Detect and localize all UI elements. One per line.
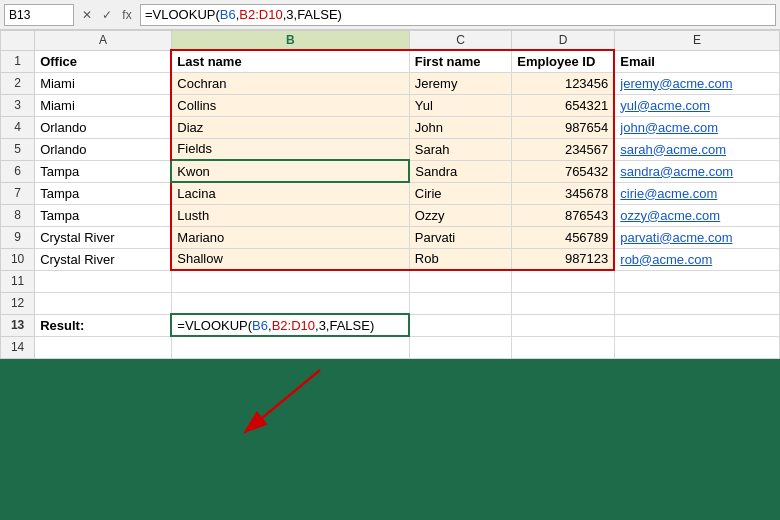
cell-E4[interactable]: john@acme.com xyxy=(614,116,779,138)
cell-E14[interactable] xyxy=(614,336,779,358)
cell-C2[interactable]: Jeremy xyxy=(409,72,512,94)
fx-btn[interactable]: fx xyxy=(118,6,136,24)
cell-D6[interactable]: 765432 xyxy=(512,160,615,182)
table-row: 4 Orlando Diaz John 987654 john@acme.com xyxy=(1,116,780,138)
cell-D10[interactable]: 987123 xyxy=(512,248,615,270)
cell-E5[interactable]: sarah@acme.com xyxy=(614,138,779,160)
cell-D2[interactable]: 123456 xyxy=(512,72,615,94)
cell-A6[interactable]: Tampa xyxy=(35,160,172,182)
cell-B12[interactable] xyxy=(171,292,409,314)
row-num-6: 6 xyxy=(1,160,35,182)
cell-C12[interactable] xyxy=(409,292,512,314)
cell-B1[interactable]: Last name xyxy=(171,50,409,72)
cell-D12[interactable] xyxy=(512,292,615,314)
cell-D1[interactable]: Employee ID xyxy=(512,50,615,72)
cell-B5[interactable]: Fields xyxy=(171,138,409,160)
col-header-A[interactable]: A xyxy=(35,31,172,51)
table-row: 10 Crystal River Shallow Rob 987123 rob@… xyxy=(1,248,780,270)
cell-C3[interactable]: Yul xyxy=(409,94,512,116)
cell-E10[interactable]: rob@acme.com xyxy=(614,248,779,270)
cell-C5[interactable]: Sarah xyxy=(409,138,512,160)
col-header-C[interactable]: C xyxy=(409,31,512,51)
table-row: 11 xyxy=(1,270,780,292)
cell-C14[interactable] xyxy=(409,336,512,358)
cell-C9[interactable]: Parvati xyxy=(409,226,512,248)
cell-B14[interactable] xyxy=(171,336,409,358)
cancel-btn[interactable]: ✕ xyxy=(78,6,96,24)
col-header-B[interactable]: B xyxy=(171,31,409,51)
cell-E3[interactable]: yul@acme.com xyxy=(614,94,779,116)
cell-E13[interactable] xyxy=(614,314,779,336)
row-num-9: 9 xyxy=(1,226,35,248)
cell-D5[interactable]: 234567 xyxy=(512,138,615,160)
formula-input[interactable]: =VLOOKUP(B6,B2:D10,3,FALSE) xyxy=(140,4,776,26)
cell-A1[interactable]: Office xyxy=(35,50,172,72)
cell-A11[interactable] xyxy=(35,270,172,292)
name-box[interactable]: B13 xyxy=(4,4,74,26)
cell-A14[interactable] xyxy=(35,336,172,358)
cell-D9[interactable]: 456789 xyxy=(512,226,615,248)
cell-C11[interactable] xyxy=(409,270,512,292)
cell-B13[interactable]: =VLOOKUP(B6,B2:D10,3,FALSE) xyxy=(171,314,409,336)
cell-E12[interactable] xyxy=(614,292,779,314)
cell-E7[interactable]: cirie@acme.com xyxy=(614,182,779,204)
col-header-E[interactable]: E xyxy=(614,31,779,51)
cell-B8[interactable]: Lusth xyxy=(171,204,409,226)
cell-A12[interactable] xyxy=(35,292,172,314)
cell-D13[interactable] xyxy=(512,314,615,336)
spreadsheet: B13 ✕ ✓ fx =VLOOKUP(B6,B2:D10,3,FALSE) A xyxy=(0,0,780,520)
cell-C7[interactable]: Cirie xyxy=(409,182,512,204)
cell-D7[interactable]: 345678 xyxy=(512,182,615,204)
cell-A3[interactable]: Miami xyxy=(35,94,172,116)
cell-E11[interactable] xyxy=(614,270,779,292)
table-row: 2 Miami Cochran Jeremy 123456 jeremy@acm… xyxy=(1,72,780,94)
cell-E1[interactable]: Email xyxy=(614,50,779,72)
svg-line-1 xyxy=(245,370,320,432)
cell-C13[interactable] xyxy=(409,314,512,336)
cell-C10[interactable]: Rob xyxy=(409,248,512,270)
table-row: 5 Orlando Fields Sarah 234567 sarah@acme… xyxy=(1,138,780,160)
cell-A9[interactable]: Crystal River xyxy=(35,226,172,248)
cell-D11[interactable] xyxy=(512,270,615,292)
column-header-row: A B C D E xyxy=(1,31,780,51)
table-row: 9 Crystal River Mariano Parvati 456789 p… xyxy=(1,226,780,248)
table-row: 6 Tampa Kwon Sandra 765432 sandra@acme.c… xyxy=(1,160,780,182)
row-num-3: 3 xyxy=(1,94,35,116)
cell-B4[interactable]: Diaz xyxy=(171,116,409,138)
cell-D4[interactable]: 987654 xyxy=(512,116,615,138)
cell-E2[interactable]: jeremy@acme.com xyxy=(614,72,779,94)
row-num-8: 8 xyxy=(1,204,35,226)
cell-C1[interactable]: First name xyxy=(409,50,512,72)
col-header-D[interactable]: D xyxy=(512,31,615,51)
cell-B3[interactable]: Collins xyxy=(171,94,409,116)
cell-B6[interactable]: Kwon xyxy=(171,160,409,182)
cell-A4[interactable]: Orlando xyxy=(35,116,172,138)
cell-A2[interactable]: Miami xyxy=(35,72,172,94)
row-num-2: 2 xyxy=(1,72,35,94)
table-row: 14 xyxy=(1,336,780,358)
row-num-10: 10 xyxy=(1,248,35,270)
cell-C6[interactable]: Sandra xyxy=(409,160,512,182)
cell-B7[interactable]: Lacina xyxy=(171,182,409,204)
cell-D8[interactable]: 876543 xyxy=(512,204,615,226)
cell-C4[interactable]: John xyxy=(409,116,512,138)
cell-A13[interactable]: Result: xyxy=(35,314,172,336)
cell-C8[interactable]: Ozzy xyxy=(409,204,512,226)
confirm-btn[interactable]: ✓ xyxy=(98,6,116,24)
row-num-14: 14 xyxy=(1,336,35,358)
cell-B10[interactable]: Shallow xyxy=(171,248,409,270)
spreadsheet-table: A B C D E 1 Office Last name First name … xyxy=(0,30,780,359)
cell-B2[interactable]: Cochran xyxy=(171,72,409,94)
cell-B11[interactable] xyxy=(171,270,409,292)
cell-A7[interactable]: Tampa xyxy=(35,182,172,204)
cell-E8[interactable]: ozzy@acme.com xyxy=(614,204,779,226)
cell-reference: B13 xyxy=(9,8,30,22)
cell-E6[interactable]: sandra@acme.com xyxy=(614,160,779,182)
cell-A8[interactable]: Tampa xyxy=(35,204,172,226)
cell-A5[interactable]: Orlando xyxy=(35,138,172,160)
cell-B9[interactable]: Mariano xyxy=(171,226,409,248)
cell-E9[interactable]: parvati@acme.com xyxy=(614,226,779,248)
cell-A10[interactable]: Crystal River xyxy=(35,248,172,270)
cell-D3[interactable]: 654321 xyxy=(512,94,615,116)
cell-D14[interactable] xyxy=(512,336,615,358)
